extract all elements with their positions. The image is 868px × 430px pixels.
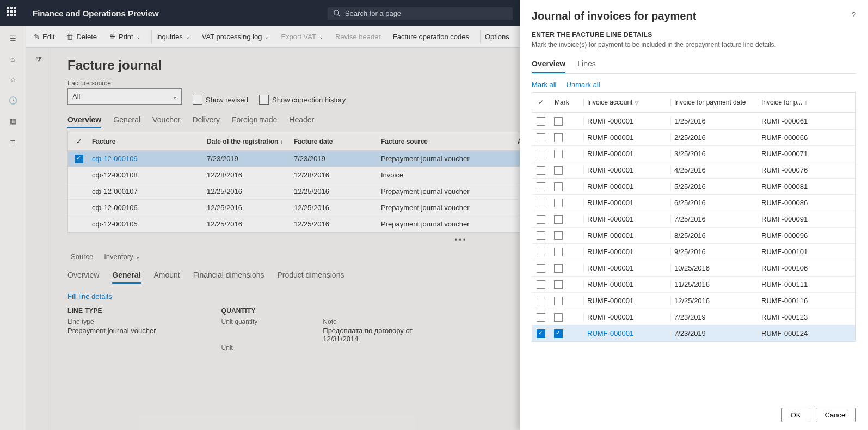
hamburger-icon[interactable]: ☰	[8, 33, 19, 44]
table-row[interactable]: RUMF-0000014/25/2016RUMF-000076	[532, 162, 855, 178]
mark-checkbox[interactable]	[550, 149, 583, 158]
mark-checkbox[interactable]	[550, 231, 583, 240]
subtab-product-dimensions[interactable]: Product dimensions	[277, 267, 344, 284]
row-select-checkbox[interactable]	[532, 247, 550, 256]
table-row[interactable]: RUMF-0000013/25/2016RUMF-000071	[532, 145, 855, 162]
inquiries-menu[interactable]: Inquiries ⌄	[151, 30, 192, 43]
tab-delivery[interactable]: Delivery	[192, 112, 220, 128]
delete-button[interactable]: 🗑 Delete	[64, 30, 99, 43]
col-registration-date[interactable]: Date of the registration↓	[207, 138, 294, 145]
row-select-checkbox[interactable]	[532, 231, 550, 240]
options-menu[interactable]: Options	[480, 30, 512, 43]
select-all-checkbox[interactable]: ✓	[532, 99, 550, 106]
mark-checkbox[interactable]	[550, 165, 583, 175]
modules-icon[interactable]: ≣	[8, 136, 19, 147]
app-launcher-icon[interactable]	[7, 7, 20, 20]
mark-checkbox[interactable]	[550, 116, 583, 126]
table-row[interactable]: RUMF-00000110/25/2016RUMF-000106	[532, 260, 855, 276]
table-row[interactable]: RUMF-0000017/25/2016RUMF-000091	[532, 211, 855, 227]
facture-date-cell: 12/25/2016	[294, 220, 381, 228]
panel-tab-lines[interactable]: Lines	[577, 56, 595, 73]
tab-voucher[interactable]: Voucher	[152, 112, 180, 128]
show-correction-checkbox[interactable]: Show correction history	[259, 95, 346, 105]
fill-line-details-link[interactable]: Fill line details	[67, 292, 112, 300]
row-select-checkbox[interactable]	[532, 182, 550, 191]
unmark-all-link[interactable]: Unmark all	[567, 81, 600, 89]
table-row[interactable]: RUMF-0000018/25/2016RUMF-000096	[532, 227, 855, 243]
row-select-checkbox[interactable]	[532, 214, 550, 224]
tab-header[interactable]: Header	[289, 112, 314, 128]
mark-checkbox[interactable]	[550, 182, 583, 191]
mark-checkbox[interactable]	[550, 280, 583, 289]
row-select-checkbox[interactable]	[532, 312, 550, 322]
tab-overview[interactable]: Overview	[67, 112, 101, 128]
table-row[interactable]: RUMF-0000017/23/2019RUMF-000124	[532, 325, 855, 341]
edit-button[interactable]: ✎ Edit	[32, 30, 57, 43]
table-row[interactable]: RUMF-0000017/23/2019RUMF-000123	[532, 309, 855, 325]
row-checkbox[interactable]	[68, 154, 90, 163]
subtab-general[interactable]: General	[112, 267, 140, 284]
unit-label: Unit	[221, 344, 258, 352]
select-all-checkbox[interactable]: ✓	[68, 138, 90, 145]
mark-checkbox[interactable]	[550, 133, 583, 142]
col-invoice-date[interactable]: Invoice for payment date	[670, 99, 758, 106]
table-row[interactable]: RUMF-0000016/25/2016RUMF-000086	[532, 194, 855, 211]
tab-foreign-trade[interactable]: Foreign trade	[232, 112, 277, 128]
table-row[interactable]: RUMF-00000111/25/2016RUMF-000111	[532, 276, 855, 292]
mark-all-link[interactable]: Mark all	[532, 81, 557, 89]
cancel-button[interactable]: Cancel	[816, 408, 856, 422]
mark-checkbox[interactable]	[550, 247, 583, 256]
vat-processing-log-menu[interactable]: VAT processing log ⌄	[200, 30, 272, 43]
chevron-down-icon: ⌄	[186, 34, 190, 40]
print-button[interactable]: 🖶 Print ⌄	[107, 30, 143, 43]
subtab-amount[interactable]: Amount	[154, 267, 180, 284]
mark-checkbox[interactable]	[550, 296, 583, 305]
show-revised-label: Show revised	[206, 96, 248, 104]
row-select-checkbox[interactable]	[532, 149, 550, 158]
facture-operation-codes-button[interactable]: Facture operation codes	[391, 30, 471, 43]
col-invoice-for-payment[interactable]: Invoice for p...↑	[758, 99, 839, 106]
row-select-checkbox[interactable]	[532, 133, 550, 142]
col-mark[interactable]: Mark	[550, 99, 583, 106]
workspaces-icon[interactable]: ▦	[8, 115, 19, 126]
row-select-checkbox[interactable]	[532, 116, 550, 126]
global-search[interactable]: Search for a page	[328, 7, 513, 20]
col-facture-source[interactable]: Facture source	[381, 138, 506, 145]
facture-source-dropdown[interactable]: All ⌄	[67, 88, 182, 105]
ok-button[interactable]: OK	[781, 408, 810, 422]
table-row[interactable]: RUMF-0000019/25/2016RUMF-000101	[532, 243, 855, 260]
source-button[interactable]: Source	[67, 250, 96, 263]
table-row[interactable]: RUMF-0000015/25/2016RUMF-000081	[532, 178, 855, 194]
favorites-icon[interactable]: ☆	[8, 74, 19, 85]
mark-checkbox[interactable]	[550, 329, 583, 338]
col-facture-date[interactable]: Facture date	[294, 138, 381, 145]
mark-checkbox[interactable]	[550, 263, 583, 273]
mark-checkbox[interactable]	[550, 214, 583, 224]
mark-checkbox[interactable]	[550, 312, 583, 322]
table-row[interactable]: RUMF-0000012/25/2016RUMF-000066	[532, 129, 855, 145]
col-invoice-account[interactable]: Invoice account▽	[583, 99, 670, 106]
row-select-checkbox[interactable]	[532, 198, 550, 207]
row-select-checkbox[interactable]	[532, 329, 550, 338]
subtab-overview[interactable]: Overview	[67, 267, 99, 284]
panel-tab-overview[interactable]: Overview	[532, 56, 565, 73]
help-icon[interactable]: ?	[852, 10, 856, 19]
show-revised-checkbox[interactable]: Show revised	[193, 95, 248, 105]
home-icon[interactable]: ⌂	[8, 53, 19, 64]
tab-general[interactable]: General	[113, 112, 140, 128]
filter-icon[interactable]: ⧩	[36, 56, 42, 64]
mark-checkbox[interactable]	[550, 198, 583, 207]
subtab-financial-dimensions[interactable]: Financial dimensions	[193, 267, 264, 284]
table-row[interactable]: RUMF-0000011/25/2016RUMF-000061	[532, 113, 855, 129]
table-row[interactable]: RUMF-00000112/25/2016RUMF-000116	[532, 292, 855, 309]
row-select-checkbox[interactable]	[532, 280, 550, 289]
inventory-menu[interactable]: Inventory ⌄	[101, 250, 143, 263]
col-facture[interactable]: Facture	[90, 138, 207, 145]
panel-description: Mark the invoice(s) for payment to be in…	[532, 41, 856, 48]
invoice-date-cell: 7/23/2019	[670, 313, 758, 321]
row-select-checkbox[interactable]	[532, 165, 550, 175]
row-select-checkbox[interactable]	[532, 263, 550, 273]
invoice-account-cell: RUMF-000001	[583, 280, 670, 288]
recent-icon[interactable]: 🕓	[8, 95, 19, 106]
row-select-checkbox[interactable]	[532, 296, 550, 305]
